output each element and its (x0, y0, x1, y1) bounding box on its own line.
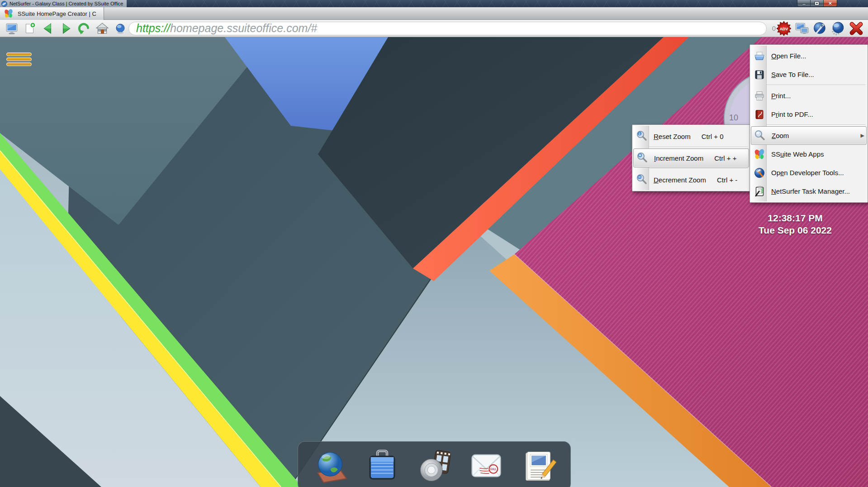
web-tools-icon (813, 21, 827, 36)
browser-main-menu: Open File... Save To File... (749, 44, 868, 203)
menu-separator (635, 168, 748, 169)
monitor-icon (5, 22, 18, 35)
task-manager-icon (753, 185, 766, 198)
dock-media-button[interactable] (415, 447, 453, 485)
shortcut-label: Ctrl + - (717, 176, 737, 184)
refresh-icon (78, 22, 90, 35)
dock: MAIL (298, 441, 571, 487)
app-icon (1, 1, 7, 7)
dock-mail-button[interactable]: MAIL (467, 447, 505, 485)
menu-separator (635, 147, 748, 148)
web-tools-button[interactable] (813, 21, 827, 36)
zoom-out-icon (636, 173, 648, 186)
devtools-icon (753, 167, 766, 179)
internet-globe-icon (312, 448, 348, 484)
tab-active[interactable]: SSuite HomePage Creator | C (0, 7, 104, 20)
briefcase-icon (364, 448, 400, 484)
magnifier-icon (754, 129, 766, 142)
window-controls: ✕ (797, 0, 837, 7)
address-bar[interactable]: https://homepage.ssuiteoffice.com/# (128, 22, 767, 35)
desktop-clock: 12:38:17 PM Tue Sep 06 2022 (724, 212, 867, 236)
adv-filter-button[interactable]: ADV (777, 21, 791, 36)
hamburger-bar (6, 53, 32, 56)
screens-button[interactable] (795, 21, 809, 36)
monitor-button[interactable] (5, 21, 19, 36)
browser-viewport: 10 12:38:17 PM Tue Sep 06 2022 (0, 37, 868, 487)
close-icon: ✕ (828, 1, 832, 6)
shortcut-label: Ctrl + + (714, 154, 736, 162)
tab-label: SSuite HomePage Creator | C (18, 10, 96, 17)
svg-text:MAIL: MAIL (490, 468, 497, 471)
hamburger-bar (6, 57, 32, 61)
menu-item-print-to-pdf[interactable]: Print to PDF... (751, 105, 867, 124)
window-title: NetSurfer - Galaxy Class | Created by SS… (9, 1, 123, 6)
menu-item-reset-zoom[interactable]: 1 Reset Zoom Ctrl + 0 (633, 127, 749, 146)
printer-icon (753, 90, 766, 102)
zoom-submenu: 1 Reset Zoom Ctrl + 0 Incremen (632, 124, 750, 191)
new-page-button[interactable] (23, 21, 37, 36)
svg-text:ADV: ADV (780, 26, 788, 31)
titlebar-pattern: ✕ (127, 0, 868, 7)
shortcut-label: Ctrl + 0 (702, 133, 724, 140)
site-globe-button[interactable] (113, 21, 128, 36)
tab-strip: SSuite HomePage Creator | C (0, 7, 868, 20)
new-page-icon (24, 22, 36, 35)
menu-item-ssuite-web-apps[interactable]: SSuite Web Apps (751, 145, 867, 163)
clock-date: Tue Sep 06 2022 (724, 224, 867, 236)
menu-item-open-file[interactable]: Open File... (751, 47, 867, 65)
main-toolbar: https://homepage.ssuiteoffice.com/# 0 AD… (0, 20, 868, 37)
close-red-icon (849, 21, 863, 36)
menu-item-zoom[interactable]: Zoom ▶ (751, 126, 867, 145)
minimize-icon (802, 4, 806, 5)
globe-icon (115, 23, 126, 34)
menu-separator (752, 85, 865, 86)
restore-button[interactable] (811, 0, 824, 7)
adv-badge-icon: ADV (777, 21, 791, 36)
back-icon (42, 22, 54, 35)
menu-item-open-developer-tools[interactable]: Open Developer Tools... (751, 163, 867, 182)
menu-item-increment-zoom[interactable]: Increment Zoom Ctrl + + (633, 148, 749, 167)
url-scheme: https:// (136, 22, 170, 35)
zoom-in-icon (636, 152, 649, 164)
close-button[interactable]: ✕ (824, 0, 837, 7)
submenu-arrow-icon: ▶ (861, 133, 864, 138)
window-titlebar: NetSurfer - Galaxy Class | Created by SS… (0, 0, 868, 7)
menu-item-decrement-zoom[interactable]: Decrement Zoom Ctrl + - (633, 170, 749, 189)
dock-journal-button[interactable] (519, 447, 557, 485)
zoom-reset-icon: 1 (636, 130, 648, 143)
home-icon (96, 22, 109, 35)
menu-separator (752, 124, 865, 125)
material-wallpaper: 10 (0, 37, 868, 487)
clock-time: 12:38:17 PM (724, 212, 867, 224)
zoom-counter: 0 (772, 24, 776, 32)
web-settings-icon (831, 21, 845, 36)
screens-icon (795, 21, 809, 36)
titlebar-left: NetSurfer - Galaxy Class | Created by SS… (0, 0, 127, 7)
svg-text:1: 1 (639, 132, 640, 135)
media-speaker-icon (416, 448, 452, 484)
exit-button[interactable] (849, 21, 863, 36)
dock-office-button[interactable] (363, 447, 401, 485)
menu-item-netsurfer-task-manager[interactable]: NetSurfer Task Manager... (751, 182, 867, 201)
mail-icon: MAIL (468, 448, 504, 484)
menu-item-print[interactable]: Print... (751, 86, 867, 105)
forward-button[interactable] (59, 21, 73, 36)
minimize-button[interactable] (797, 0, 811, 7)
clock-numeral: 10 (729, 113, 738, 122)
open-file-icon (753, 50, 766, 62)
url-text: homepage.ssuiteoffice.com/# (170, 22, 317, 35)
save-icon (753, 68, 766, 81)
back-button[interactable] (41, 21, 55, 36)
web-settings-button[interactable] (831, 21, 845, 36)
journal-icon (520, 448, 556, 484)
netsurfer-window: NetSurfer - Galaxy Class | Created by SS… (0, 0, 868, 487)
refresh-button[interactable] (77, 21, 91, 36)
dock-internet-button[interactable] (311, 447, 349, 485)
butterfly-logo-icon (4, 9, 14, 19)
menu-item-save-to-file[interactable]: Save To File... (751, 65, 867, 84)
forward-icon (60, 22, 72, 35)
hamburger-menu-button[interactable] (6, 53, 32, 66)
hamburger-bar (6, 62, 32, 66)
home-button[interactable] (95, 21, 109, 36)
restore-icon (815, 2, 819, 5)
